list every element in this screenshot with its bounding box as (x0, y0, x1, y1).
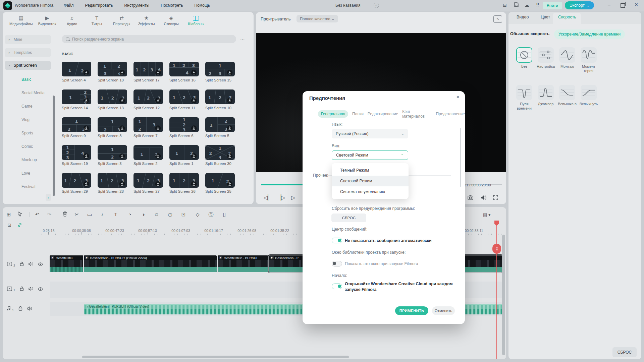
sidebar-item-Basic[interactable]: Basic (21, 77, 31, 82)
save-icon[interactable] (513, 2, 520, 8)
text-to-speech-icon[interactable]: ⓣ (207, 212, 215, 218)
template-thumbnail[interactable]: 123 (133, 117, 163, 132)
screen-split-icon[interactable]: ▯ (221, 212, 228, 218)
track-list-icon[interactable]: ▤ ▾ (483, 212, 490, 217)
more-options-icon[interactable]: ⋯ (240, 36, 245, 42)
menu-item-Посмотреть[interactable]: Посмотреть (161, 3, 183, 8)
undo-icon[interactable]: ↶ (34, 212, 41, 218)
sidebar-scrollbar[interactable] (53, 96, 55, 196)
sidebar-item-Love[interactable]: Love (21, 171, 30, 176)
portrait-icon[interactable]: ☺ (153, 212, 160, 217)
template-thumbnail[interactable]: 12 (98, 145, 127, 160)
cloud-upload-icon[interactable]: ☁ (523, 2, 531, 8)
playback-progress-bar[interactable] (261, 184, 304, 185)
category-Стикеры[interactable]: ◈Стикеры (159, 12, 183, 29)
login-button[interactable]: Войти (543, 2, 562, 9)
template-thumbnail[interactable]: 123 (62, 173, 91, 188)
speaker-icon[interactable] (27, 306, 32, 312)
sidebar-item-Comic[interactable]: Comic (21, 144, 33, 149)
template-thumbnail[interactable]: 1234 (98, 62, 127, 76)
menu-item-Файл[interactable]: Файл (64, 3, 74, 8)
template-thumbnail[interactable]: 123 (205, 117, 235, 132)
play-icon[interactable]: ▷ (291, 194, 295, 201)
speaker-icon[interactable] (29, 261, 33, 267)
snapshot-icon[interactable] (468, 195, 473, 201)
menu-item-Помощь[interactable]: Помощь (194, 3, 210, 8)
dialog-tab-Папки[interactable]: Папки (352, 112, 364, 116)
color-icon[interactable]: ◑ (140, 212, 147, 217)
template-thumbnail[interactable]: 123 (62, 117, 91, 132)
normal-speed-tab[interactable]: Обычная скорость (510, 32, 549, 36)
preset-jumper-icon[interactable] (538, 85, 554, 100)
preset-none-icon[interactable] (516, 47, 532, 63)
library-toggle[interactable] (332, 261, 342, 266)
sidebar-item-Sports[interactable]: Sports (21, 131, 33, 135)
template-thumbnail[interactable]: 1234 (205, 62, 235, 76)
preset-hero-moment-icon[interactable] (581, 47, 597, 63)
beat-detect-icon[interactable]: ♪ (99, 212, 106, 217)
template-thumbnail[interactable]: 123 (169, 173, 199, 188)
layout-icon[interactable]: ⊟ (501, 2, 508, 8)
speed-icon[interactable]: ◔ (126, 212, 133, 217)
timeline-vertical-scrollbar[interactable] (502, 235, 505, 355)
add-clip-icon[interactable]: ⊡ (6, 223, 13, 228)
view-select[interactable]: Световой Режим⌃ (332, 150, 408, 160)
add-frame-icon[interactable]: ⊡ (180, 212, 187, 218)
template-thumbnail[interactable]: 12 (62, 62, 91, 76)
tab-Скорость[interactable]: Скорость (558, 15, 576, 19)
tab-Цвет[interactable]: Цвет (541, 15, 550, 19)
speaker-icon[interactable] (481, 195, 487, 201)
template-thumbnail[interactable]: 1234 (62, 89, 91, 104)
sidebar-item-Social Media[interactable]: Social Media (21, 90, 45, 95)
redo-icon[interactable]: ↷ (46, 212, 53, 218)
crop-icon[interactable]: ▭ (86, 212, 93, 218)
playhead-line[interactable] (496, 221, 497, 359)
sidebar-item-Festival[interactable]: Festival (21, 184, 35, 189)
video-clip[interactable]: ▶Gesaffelstein - PURSUIT (Official Video… (84, 255, 217, 272)
quality-dropdown[interactable]: Полное качество ⌄ (297, 15, 338, 22)
keyframe-icon[interactable]: ◇ (194, 212, 201, 218)
eye-icon[interactable] (38, 261, 43, 267)
dialog-tab-Представление[interactable]: Представление (436, 112, 465, 116)
sidebar-item-Game[interactable]: Game (21, 104, 33, 109)
eye-icon[interactable] (38, 286, 43, 292)
category-Эффекты[interactable]: ★Эффекты (134, 12, 159, 29)
template-thumbnail[interactable]: 1234 (133, 62, 163, 76)
export-button[interactable]: Экспорт⌄ (565, 1, 594, 9)
step-play-icon[interactable]: ▕▷ (277, 194, 285, 201)
template-thumbnail[interactable]: 12 (133, 145, 163, 160)
sidebar-group-Templates[interactable]: ▸Templates (5, 48, 51, 57)
fullscreen-icon[interactable] (493, 195, 498, 201)
template-thumbnail[interactable]: 123 (133, 173, 163, 188)
minimize-button[interactable]: – (608, 2, 610, 7)
preset-flash-out-icon[interactable] (581, 85, 597, 100)
menu-item-Редактировать[interactable]: Редактировать (85, 3, 113, 8)
category-Шаблоны[interactable]: Шаблоны (183, 12, 208, 29)
menu-item-Инструменты[interactable]: Инструменты (124, 3, 149, 8)
scissors-icon[interactable]: ✂ (73, 212, 80, 218)
lock-icon[interactable] (20, 261, 24, 267)
sidebar-item-Mock-up[interactable]: Mock-up (21, 158, 37, 162)
category-Титры[interactable]: TТитры (84, 12, 109, 29)
category-Аудио[interactable]: ♫Аудио (59, 12, 84, 29)
cancel-button[interactable]: Отменить (432, 306, 455, 315)
category-Переходы[interactable]: ⇄Переходы (109, 12, 134, 29)
template-thumbnail[interactable]: 12 (205, 173, 235, 188)
preset-flash-in-icon[interactable] (559, 85, 575, 100)
messages-toggle[interactable] (332, 238, 342, 243)
preset-customize-icon[interactable] (538, 47, 554, 63)
view-option-Система по умолчанию[interactable]: Система по умолчанию (332, 186, 409, 197)
template-thumbnail[interactable]: 1234 (205, 145, 235, 160)
language-select[interactable]: Русский (Россия)⌄ (332, 129, 408, 138)
sidebar-group-Mine[interactable]: ▸Mine (5, 35, 51, 44)
template-thumbnail[interactable]: 123 (169, 89, 199, 104)
timeline-horizontal-scrollbar[interactable] (82, 356, 349, 358)
template-thumbnail[interactable]: 123 (169, 117, 199, 132)
category-Медиафайлы[interactable]: ▤Медиафайлы (7, 12, 35, 29)
template-thumbnail[interactable]: 123 (98, 173, 127, 188)
preset-bullet-time-icon[interactable] (516, 85, 532, 100)
speed-reset-button[interactable]: СБРОС (612, 347, 637, 357)
speed-ramping-tab[interactable]: Ускорение/Замедление времени (554, 29, 625, 39)
template-thumbnail[interactable]: 12 (169, 145, 199, 160)
trash-icon[interactable] (61, 212, 68, 218)
